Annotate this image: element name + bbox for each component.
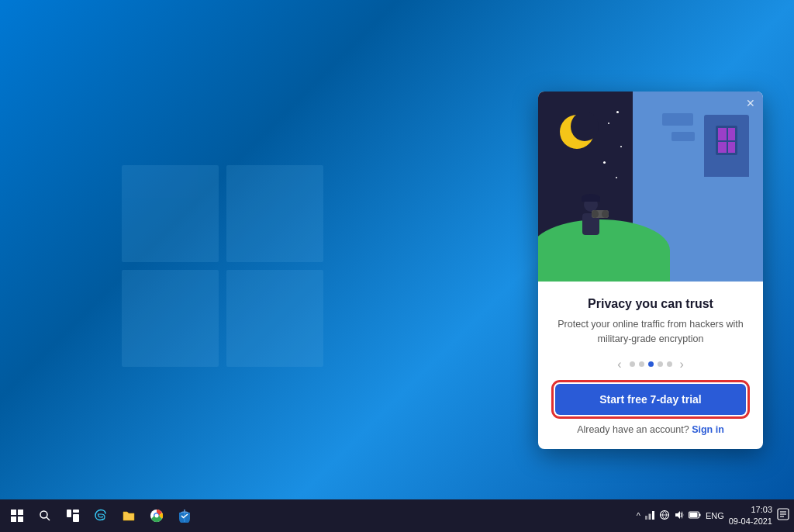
star-3 [620, 146, 622, 147]
dialog-content: Privacy you can trust Protect your onlin… [538, 282, 763, 449]
taskbar-icon-chrome[interactable] [144, 503, 169, 528]
dot-1 [630, 361, 635, 367]
svg-rect-6 [67, 510, 71, 517]
svg-rect-2 [11, 516, 16, 522]
signin-prompt: Already have an account? [577, 424, 689, 435]
taskbar-sys-icons: ^ [637, 510, 701, 523]
svg-rect-3 [18, 516, 23, 522]
clock-time: 17:03 [729, 504, 772, 516]
desktop: ✕ [0, 0, 794, 532]
svg-line-5 [47, 517, 50, 520]
battery-icon [689, 510, 701, 523]
moon [560, 115, 594, 149]
svg-point-4 [40, 511, 47, 518]
signin-section: Already have an account? Sign in [555, 424, 746, 435]
svg-rect-7 [73, 510, 79, 513]
prev-arrow[interactable]: ‹ [614, 358, 624, 371]
clock-date: 09-04-2021 [729, 516, 772, 527]
volume-icon [674, 510, 685, 523]
svg-rect-8 [73, 514, 79, 522]
house-building [704, 115, 749, 177]
star-5 [616, 177, 617, 178]
signin-link[interactable]: Sign in [692, 424, 724, 435]
star-4 [603, 161, 606, 164]
vpn-dialog: ✕ [538, 92, 763, 449]
chevron-icon[interactable]: ^ [637, 511, 640, 520]
star-2 [608, 123, 609, 124]
taskbar: ^ [0, 499, 794, 532]
svg-rect-1 [18, 510, 23, 515]
star-1 [616, 111, 619, 113]
dot-2 [639, 361, 644, 367]
binoculars [592, 210, 609, 218]
taskbar-icon-explorer[interactable] [116, 503, 141, 528]
building-body [704, 115, 749, 177]
svg-rect-13 [648, 513, 651, 520]
day-building-2 [671, 132, 695, 141]
network-globe-icon [659, 510, 670, 523]
network-icon [644, 510, 655, 523]
next-arrow[interactable]: › [677, 358, 687, 371]
taskbar-icon-task-view[interactable] [60, 503, 85, 528]
start-trial-button[interactable]: Start free 7-day trial [555, 384, 746, 415]
notification-icon[interactable] [777, 508, 789, 523]
pagination: ‹ › [555, 358, 746, 371]
close-button[interactable]: ✕ [746, 98, 755, 109]
svg-rect-14 [652, 511, 654, 520]
taskbar-left [5, 503, 197, 528]
dialog-subtitle: Protect your online traffic from hackers… [555, 317, 746, 347]
svg-rect-19 [699, 513, 700, 516]
taskbar-icon-vpn[interactable] [172, 503, 197, 528]
svg-rect-18 [689, 513, 697, 517]
taskbar-icon-edge[interactable] [88, 503, 113, 528]
svg-point-11 [155, 514, 159, 518]
svg-rect-0 [11, 510, 16, 515]
taskbar-icon-search[interactable] [33, 503, 57, 528]
lit-window [716, 126, 737, 155]
taskbar-clock[interactable]: 17:03 09-04-2021 [729, 504, 772, 528]
taskbar-right: ^ [637, 504, 789, 528]
dialog-title: Privacy you can trust [555, 297, 746, 311]
dialog-illustration [538, 92, 763, 282]
spy-figure [577, 198, 605, 244]
spy-head [584, 198, 598, 212]
language-label[interactable]: ENG [706, 511, 724, 520]
pagination-dots [630, 361, 672, 367]
svg-rect-12 [645, 516, 647, 520]
taskbar-icon-windows-start[interactable] [5, 503, 29, 528]
dot-5 [667, 361, 672, 367]
dot-4 [658, 361, 663, 367]
windows-logo [122, 165, 323, 367]
day-building-1 [662, 113, 693, 126]
dot-3-active [648, 361, 654, 367]
